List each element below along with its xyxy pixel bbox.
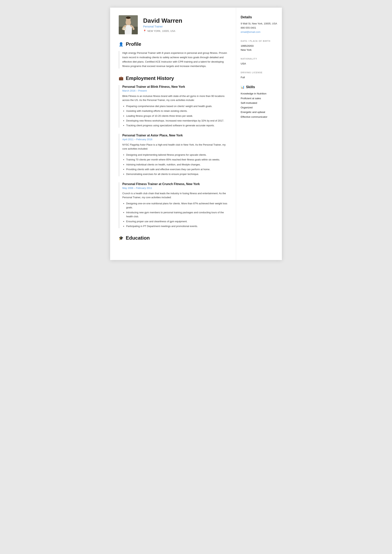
bullet-3-4: Participating in PT Department meetings … — [126, 224, 227, 228]
email-link[interactable]: email@email.com — [241, 31, 260, 33]
sidebar-column: Details 9 Wall St, New York, 10005, USA … — [236, 8, 282, 260]
location-text: NEW YORK, 10005, USA — [147, 30, 175, 32]
job-desc-1: Blink Fitness is an inclusive fitness br… — [122, 94, 227, 102]
job-desc-3: Crunch is a health club chain that leads… — [122, 191, 227, 200]
employment-entry-1: Personal Trainer at Blink Fitness, New Y… — [119, 85, 227, 128]
bullet-3-3: Ensuring proper use and cleanliness of g… — [126, 219, 227, 223]
job-desc-2: NYSC Flagship Astor Place is a high-end … — [122, 143, 227, 151]
bullet-3-1: Designing one-on-one nutritional plans f… — [126, 201, 227, 210]
header-info: David Warren Personal Trainer 📍 NEW YORK… — [143, 17, 182, 32]
date-range-1: March 2016 – Present — [122, 89, 227, 92]
date-range-2: April 2011 – February 2016 — [122, 138, 227, 141]
skills-title-row: 📊 Skills — [241, 85, 277, 89]
details-section: Details 9 Wall St, New York, 10005, USA … — [241, 15, 277, 34]
nationality-value: USA — [241, 62, 277, 66]
education-section-title: 🎓 Education — [119, 235, 227, 242]
dob-section: DATE / PLACE OF BIRTH 1995/20/03 New Yor… — [241, 40, 277, 52]
bullet-2-1: Designing and implementing tailored fitn… — [126, 153, 227, 157]
header-section: David Warren Personal Trainer 📍 NEW YORK… — [119, 15, 227, 34]
skill-4: Organized — [241, 105, 277, 110]
bullet-2-3: Advising individual clients on health, n… — [126, 163, 227, 166]
svg-point-6 — [126, 17, 131, 19]
svg-rect-8 — [123, 27, 126, 30]
education-section: 🎓 Education — [119, 235, 227, 242]
education-icon: 🎓 — [119, 236, 124, 240]
job-title-2: Personal Trainer at Astor Place, New Yor… — [122, 134, 227, 137]
location-line: 📍 NEW YORK, 10005, USA — [143, 30, 182, 32]
driving-section: DRIVING LICENSE Full — [241, 71, 277, 79]
skill-6: Effective communicator — [241, 115, 277, 119]
skill-5: Energetic and upbeat — [241, 110, 277, 114]
avatar-image — [119, 15, 138, 34]
dob-label: DATE / PLACE OF BIRTH — [241, 40, 277, 42]
bullet-1-1: Preparing comprehensive diet plans based… — [126, 104, 227, 108]
bullet-1-2: Assisting with marketing efforts to reta… — [126, 109, 227, 113]
profile-text: High energy Personal Trainer with 8 year… — [119, 51, 227, 69]
date-range-3: May 2008 – February 2011 — [122, 187, 227, 189]
address: 9 Wall St, New York, 10005, USA — [241, 21, 277, 26]
employment-section: 💼 Employment History Personal Trainer at… — [119, 75, 227, 228]
details-heading: Details — [241, 15, 252, 19]
details-title-row: Details — [241, 15, 277, 19]
skills-icon: 📊 — [241, 85, 245, 89]
phone: 890-555-0401 — [241, 26, 277, 30]
skills-section: 📊 Skills Knowledge in Nutrition Proficie… — [241, 85, 277, 119]
bullet-1-4: Developing new fitness workshops. Increa… — [126, 119, 227, 123]
job-title-3: Personal Fitness Trainer at Crunch Fitne… — [122, 182, 227, 186]
candidate-name: David Warren — [143, 17, 182, 24]
bullet-3-2: Introducing new gym members to personal … — [126, 210, 227, 219]
nationality-section: NATIONALITY USA — [241, 58, 277, 66]
skill-3: Self-motivated — [241, 101, 277, 105]
job-bullets-2: Designing and implementing tailored fitn… — [122, 153, 227, 176]
job-title-1: Personal Trainer at Blink Fitness, New Y… — [122, 85, 227, 89]
birthplace-value: New York — [241, 48, 277, 52]
resume-page: David Warren Personal Trainer 📍 NEW YORK… — [110, 8, 282, 260]
skill-2: Proficient at sales — [241, 96, 277, 101]
job-title: Personal Trainer — [143, 25, 182, 28]
profile-heading: Profile — [126, 41, 141, 47]
driving-label: DRIVING LICENSE — [241, 71, 277, 74]
job-bullets-1: Preparing comprehensive diet plans based… — [122, 104, 227, 128]
employment-icon: 💼 — [119, 76, 124, 81]
location-icon: 📍 — [143, 30, 146, 32]
nationality-label: NATIONALITY — [241, 58, 277, 60]
avatar — [119, 15, 138, 34]
education-heading: Education — [126, 235, 150, 241]
profile-section: 👤 Profile High energy Personal Trainer w… — [119, 41, 227, 69]
skills-heading: Skills — [246, 85, 255, 89]
employment-section-title: 💼 Employment History — [119, 75, 227, 82]
driving-value: Full — [241, 76, 277, 79]
skill-1: Knowledge in Nutrition — [241, 91, 277, 96]
svg-point-4 — [133, 28, 134, 30]
bullet-1-3: Leading fitness groups of 10-20 clients … — [126, 114, 227, 118]
bullet-2-5: Demonstrating exercises for all clients … — [126, 172, 227, 176]
contact-info: 9 Wall St, New York, 10005, USA 890-555-… — [241, 21, 277, 34]
bullet-2-4: Providing clients with safe and effectiv… — [126, 167, 227, 171]
job-bullets-3: Designing one-on-one nutritional plans f… — [122, 201, 227, 228]
profile-icon: 👤 — [119, 42, 124, 47]
profile-section-title: 👤 Profile — [119, 41, 227, 48]
bullet-1-5: Tracking client progress using specializ… — [126, 124, 227, 127]
employment-entry-2: Personal Trainer at Astor Place, New Yor… — [119, 134, 227, 176]
employment-entry-3: Personal Fitness Trainer at Crunch Fitne… — [119, 182, 227, 228]
dob-value: 1995/20/03 — [241, 44, 277, 48]
main-column: David Warren Personal Trainer 📍 NEW YORK… — [110, 8, 236, 260]
bullet-2-2: Training 70 clients per month where 85% … — [126, 158, 227, 162]
employment-heading: Employment History — [126, 75, 174, 81]
